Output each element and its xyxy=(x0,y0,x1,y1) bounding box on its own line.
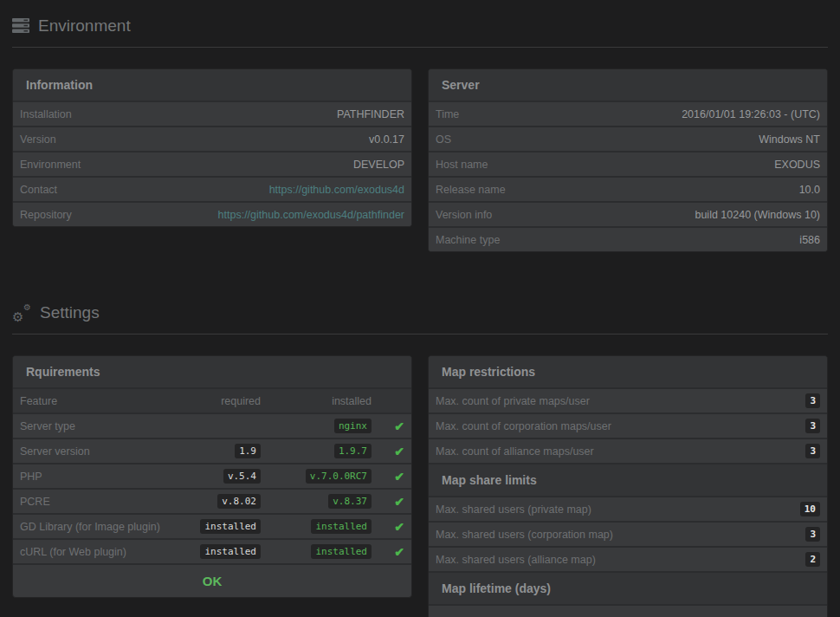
gear-icon: ⚙ xyxy=(23,303,31,312)
req-row-server-version: Server version 1.9 1.9.7 ✔ xyxy=(13,438,411,463)
row-value: 10.0 xyxy=(799,184,820,196)
requirements-status: OK xyxy=(13,563,411,597)
map-row-corporation-maps: Max. count of corporation maps/user 3 xyxy=(429,412,827,438)
server-stack-icon xyxy=(12,18,29,34)
environment-section-header: Environment xyxy=(12,14,828,38)
check-icon: ✔ xyxy=(394,470,404,484)
contact-link[interactable]: https://github.com/exodus4d xyxy=(269,184,404,196)
col-header-feature: Feature xyxy=(20,395,174,407)
required-badge: v.5.4 xyxy=(223,469,261,484)
check-icon: ✔ xyxy=(394,445,404,458)
installed-badge: installed xyxy=(311,544,372,559)
requirements-panel: Rquirements Feature required installed S… xyxy=(12,355,412,598)
server-row-versioninfo: Version info build 10240 (Windows 10) xyxy=(429,201,827,226)
row-label: OS xyxy=(436,133,451,146)
server-row-os: OS Windows NT xyxy=(429,126,827,151)
row-label: Machine type xyxy=(436,234,500,246)
row-label: Host name xyxy=(436,159,488,171)
row-label: Max. shared users (corporation map) xyxy=(436,529,613,541)
col-header-required: required xyxy=(174,395,261,407)
check-icon: ✔ xyxy=(394,495,404,509)
map-lifetime-subheader: Map lifetime (days) xyxy=(429,571,827,604)
share-row-corporation: Max. shared users (corporation map) 3 xyxy=(429,521,827,546)
row-label: Environment xyxy=(20,159,81,171)
section-divider xyxy=(12,334,828,334)
server-row-time: Time 2016/01/01 19:26:03 - (UTC) xyxy=(429,101,827,126)
server-row-hostname: Host name EXODUS xyxy=(429,151,827,176)
map-restrictions-panel: Map restrictions Max. count of private m… xyxy=(428,355,828,617)
req-row-curl: cURL (for Web plugin) installed installe… xyxy=(13,538,411,563)
info-row-repository: Repository https://github.com/exodus4d/p… xyxy=(13,201,411,226)
share-row-alliance: Max. shared users (alliance map) 2 xyxy=(429,546,827,571)
row-label: Repository xyxy=(20,209,72,221)
info-row-environment: Environment DEVELOP xyxy=(13,151,411,176)
feature-label: PHP xyxy=(20,471,174,483)
row-value: build 10240 (Windows 10) xyxy=(695,209,820,221)
row-value: PATHFINDER xyxy=(337,108,404,120)
required-badge: v.8.02 xyxy=(217,494,261,509)
environment-panels: Information Installation PATHFINDER Vers… xyxy=(12,68,828,252)
installed-badge: installed xyxy=(311,519,372,534)
row-label: Version xyxy=(20,133,56,146)
server-row-machinetype: Machine type i586 xyxy=(429,226,827,251)
row-label: Time xyxy=(436,108,459,120)
col-header-installed: installed xyxy=(261,395,372,407)
row-label: Max. shared users (alliance map) xyxy=(436,554,596,566)
installed-badge: v.8.37 xyxy=(328,494,372,509)
value-badge: 10 xyxy=(800,502,820,516)
repository-link[interactable]: https://github.com/exodus4d/pathfinder xyxy=(218,209,404,221)
check-icon: ✔ xyxy=(394,419,404,433)
settings-section-header: ⚙ ⚙ Settings xyxy=(12,301,828,325)
installed-badge: v.7.0.0RC7 xyxy=(306,469,372,484)
info-row-installation: Installation PATHFINDER xyxy=(13,101,411,126)
feature-label: PCRE xyxy=(20,496,174,508)
required-badge: installed xyxy=(200,519,261,534)
admin-settings-page: Environment Information Installation PAT… xyxy=(0,0,840,617)
settings-panels: Rquirements Feature required installed S… xyxy=(12,355,828,617)
row-label: Contact xyxy=(20,184,57,196)
panel-title: Server xyxy=(429,69,827,101)
req-row-php: PHP v.5.4 v.7.0.0RC7 ✔ xyxy=(13,463,411,488)
requirements-table-header: Feature required installed xyxy=(13,387,411,412)
value-badge: 3 xyxy=(805,419,820,433)
gear-icon: ⚙ xyxy=(12,310,23,323)
section-title: Environment xyxy=(38,16,131,36)
map-row-alliance-maps: Max. count of alliance maps/user 3 xyxy=(429,438,827,463)
req-row-gd-library: GD Library (for Image plugin) installed … xyxy=(13,513,411,538)
feature-label: Server type xyxy=(20,420,174,432)
row-value: Windows NT xyxy=(759,133,820,146)
required-badge: installed xyxy=(200,544,261,559)
value-badge: 3 xyxy=(805,527,820,542)
panel-title: Rquirements xyxy=(13,356,411,387)
row-label: Installation xyxy=(20,108,72,120)
map-row-private-maps: Max. count of private maps/user 3 xyxy=(429,387,827,412)
feature-label: cURL (for Web plugin) xyxy=(20,546,174,558)
req-row-server-type: Server type nginx ✔ xyxy=(13,412,411,438)
map-share-limits-subheader: Map share limits xyxy=(429,463,827,496)
installed-badge: nginx xyxy=(334,419,372,433)
feature-label: Server version xyxy=(20,445,174,458)
req-row-pcre: PCRE v.8.02 v.8.37 ✔ xyxy=(13,488,411,513)
section-title: Settings xyxy=(40,303,100,322)
row-label: Max. count of alliance maps/user xyxy=(436,445,594,458)
value-badge: 2 xyxy=(805,552,820,567)
share-row-private: Max. shared users (private map) 10 xyxy=(429,496,827,521)
row-value: v0.0.17 xyxy=(369,133,404,146)
row-value: DEVELOP xyxy=(353,159,404,171)
installed-badge: 1.9.7 xyxy=(334,444,372,458)
info-row-version: Version v0.0.17 xyxy=(13,126,411,151)
row-value: i586 xyxy=(799,234,820,246)
panel-title: Information xyxy=(13,69,411,101)
value-badge: 3 xyxy=(805,444,820,458)
section-divider xyxy=(12,47,828,48)
required-badge: 1.9 xyxy=(235,444,261,458)
feature-label: GD Library (for Image plugin) xyxy=(20,521,174,533)
gears-icon: ⚙ ⚙ xyxy=(12,305,31,321)
row-label: Release name xyxy=(436,184,506,196)
value-badge: 3 xyxy=(805,393,820,408)
row-value: 2016/01/01 19:26:03 - (UTC) xyxy=(682,108,820,120)
information-panel: Information Installation PATHFINDER Vers… xyxy=(12,68,412,227)
check-icon: ✔ xyxy=(394,545,404,559)
row-label: Max. count of corporation maps/user xyxy=(436,420,611,432)
panel-title: Map restrictions xyxy=(429,356,827,387)
